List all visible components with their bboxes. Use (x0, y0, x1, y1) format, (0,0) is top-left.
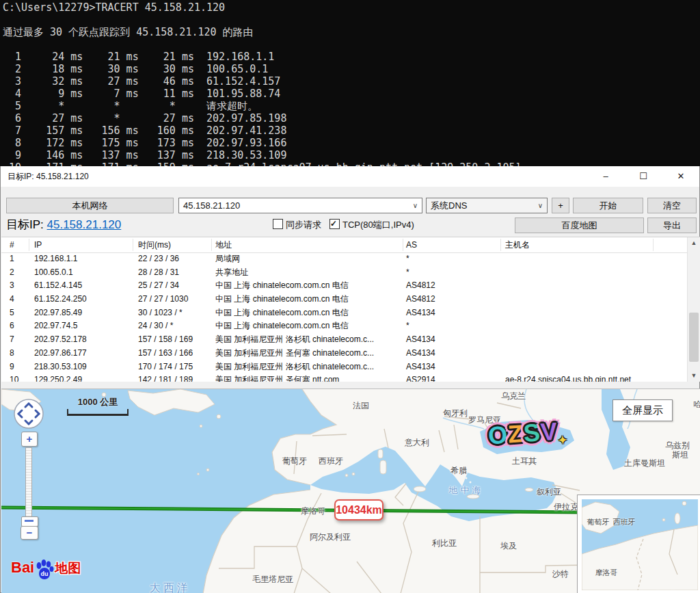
table-cell: * (406, 252, 409, 266)
table-cell: 4 (10, 293, 14, 306)
inset-map-label: 阿尔及利亚 (640, 590, 677, 591)
tcp-label: TCP(80端口,IPv4) (342, 220, 414, 230)
minimize-button[interactable]: – (590, 166, 621, 187)
baidu-du-text: du (41, 570, 49, 577)
column-header[interactable]: 地址 (215, 237, 232, 252)
column-header[interactable]: AS (406, 237, 417, 252)
scroll-down-icon[interactable]: ▼ (688, 370, 700, 382)
table-cell: 美国 加利福尼亚州 圣何塞 ntt.com (215, 373, 339, 382)
table-row[interactable]: 6202.97.74.524 / 30 / *中国 上海 chinateleco… (1, 319, 700, 333)
zoom-in-button[interactable]: + (21, 432, 38, 447)
target-ip-value: 45.158.21.120 (183, 200, 240, 211)
sync-request-label: 同步请求 (286, 220, 321, 230)
baidu-paw-icon: du (34, 559, 55, 581)
chevron-down-icon[interactable]: ∨ (538, 198, 543, 213)
distance-label: 10434km (334, 499, 383, 520)
inset-map-label: 葡萄牙 (587, 517, 610, 527)
map-label: 沙特 (552, 568, 569, 580)
clear-button[interactable]: 清空 (647, 198, 697, 213)
table-cell: 中国 上海 chinatelecom.com.cn 电信 (215, 306, 349, 320)
column-separator (29, 239, 29, 251)
column-header[interactable]: 主机名 (505, 237, 530, 252)
overview-inset-map[interactable]: 葡萄牙西班牙摩洛哥阿尔及利亚 (577, 495, 700, 593)
baidu-logo-text: Bai (11, 559, 34, 576)
scrollbar-thumb[interactable] (689, 313, 699, 362)
target-ip-link[interactable]: 45.158.21.120 (47, 218, 122, 231)
baidu-maps-logo: Bai du 地图 (11, 559, 81, 586)
map-label: 伊拉克 (554, 501, 578, 513)
table-row[interactable]: 2100.65.0.128 / 28 / 31共享地址* (1, 266, 700, 280)
map-label: 地中海 (449, 484, 484, 497)
table-row[interactable]: 7202.97.52.178157 / 158 / 169美国 加利福尼亚州 洛… (1, 333, 700, 347)
table-cell: 中国 上海 chinatelecom.com.cn 电信 (215, 293, 349, 306)
table-cell: 局域网 (215, 252, 240, 266)
table-row[interactable]: 5202.97.85.4930 / 1023 / *中国 上海 chinatel… (1, 306, 700, 320)
table-cell: 美国 加利福尼亚州 圣何塞 chinatelecom.c... (215, 347, 374, 360)
table-row[interactable]: 1192.168.1.122 / 23 / 36局域网* (1, 252, 700, 266)
scroll-up-icon[interactable]: ▲ (688, 237, 700, 249)
tcp-checkbox[interactable]: TCP(80端口,IPv4) (329, 219, 414, 230)
target-ip-combobox[interactable]: 45.158.21.120 ∨ (178, 198, 422, 213)
table-cell: AS4134 (406, 333, 435, 347)
table-cell: 7 (10, 333, 14, 347)
add-button[interactable]: + (552, 198, 569, 213)
dns-combobox[interactable]: 系统DNS ∨ (426, 198, 548, 213)
table-cell: 170 / 174 / 175 (138, 360, 193, 374)
column-separator (500, 239, 501, 251)
chevron-down-icon[interactable]: ∨ (413, 198, 418, 213)
table-cell: AS4812 (406, 293, 435, 306)
maximize-button[interactable]: ☐ (628, 166, 659, 187)
baidu-map[interactable]: 乌克兰哈萨克斯坦法国匈牙利罗马尼亚意大利乌兹别斯坦葡萄牙西班牙土耳其土库曼斯坦希… (1, 388, 700, 593)
table-cell: 61.152.24.250 (34, 293, 87, 306)
table-cell: 202.97.52.178 (34, 333, 87, 347)
titlebar: 目标IP: 45.158.21.120 – ☐ ✕ (1, 166, 699, 187)
hop-table: #IP时间(ms)地址AS主机名 1192.168.1.122 / 23 / 3… (1, 237, 700, 382)
table-cell: 9 (10, 360, 14, 374)
inset-map-label: 西班牙 (613, 517, 636, 527)
table-cell: 61.152.4.145 (34, 279, 82, 293)
sync-request-checkbox[interactable]: 同步请求 (273, 219, 321, 230)
inset-map-canvas: 葡萄牙西班牙摩洛哥阿尔及利亚 (582, 499, 698, 590)
map-pan-control[interactable] (13, 398, 44, 430)
checkbox-checked-icon[interactable] (329, 219, 340, 229)
table-row[interactable]: 361.152.4.14525 / 27 / 34中国 上海 chinatele… (1, 279, 700, 293)
table-cell: 6 (10, 319, 14, 333)
scale-bar (67, 409, 129, 416)
export-button[interactable]: 导出 (647, 218, 697, 233)
column-header[interactable]: 时间(ms) (138, 237, 171, 252)
table-row[interactable]: 8202.97.86.177157 / 163 / 166美国 加利福尼亚州 圣… (1, 347, 700, 360)
screen: C:\Users\12279>TRACERT 45.158.21.120 通过最… (0, 0, 700, 593)
map-label: 希腊 (450, 465, 467, 477)
table-row[interactable]: 461.152.24.25027 / 27 / 1030中国 上海 chinat… (1, 293, 700, 306)
table-cell: ae-8.r24.snjsca04.us.bb.gin.ntt.net (505, 373, 631, 382)
zoom-out-button[interactable]: − (21, 526, 38, 540)
table-row[interactable]: 10129.250.2.49142 / 181 / 189美国 加利福尼亚州 圣… (1, 373, 700, 382)
local-network-button[interactable]: 本机网络 (6, 198, 174, 213)
table-row[interactable]: 9218.30.53.109170 / 174 / 175美国 加利福尼亚州 洛… (1, 360, 700, 374)
ozsv-sticker: OZSV✦ (487, 417, 559, 450)
table-cell: 157 / 158 / 169 (138, 333, 193, 347)
column-header[interactable]: # (10, 237, 14, 252)
table-cell: 202.97.85.49 (34, 306, 82, 320)
table-cell: 30 / 1023 / * (138, 306, 183, 320)
map-label: 法国 (353, 400, 369, 412)
terminal-window: C:\Users\12279>TRACERT 45.158.21.120 通过最… (0, 0, 700, 166)
checkbox-icon[interactable] (273, 219, 283, 229)
table-cell: 5 (10, 306, 14, 320)
table-cell: AS4134 (406, 360, 435, 374)
map-label: 摩洛哥 (301, 505, 325, 517)
map-label: 利比亚 (432, 538, 457, 549)
baidu-map-button[interactable]: 百度地图 (515, 218, 644, 233)
table-cell: 2 (10, 266, 14, 280)
fullscreen-button[interactable]: 全屏显示 (612, 399, 673, 421)
table-cell: 142 / 181 / 189 (138, 373, 193, 382)
table-scrollbar[interactable]: ▲ ▼ (687, 237, 700, 382)
zoom-slider-thumb[interactable] (21, 516, 38, 527)
start-button[interactable]: 开始 (573, 198, 643, 213)
table-cell: 100.65.0.1 (34, 266, 73, 280)
zoom-slider-track[interactable] (25, 447, 32, 518)
column-header[interactable]: IP (34, 237, 42, 252)
dns-value: 系统DNS (431, 200, 467, 211)
close-button[interactable]: ✕ (665, 166, 697, 187)
table-cell: 8 (10, 347, 14, 360)
